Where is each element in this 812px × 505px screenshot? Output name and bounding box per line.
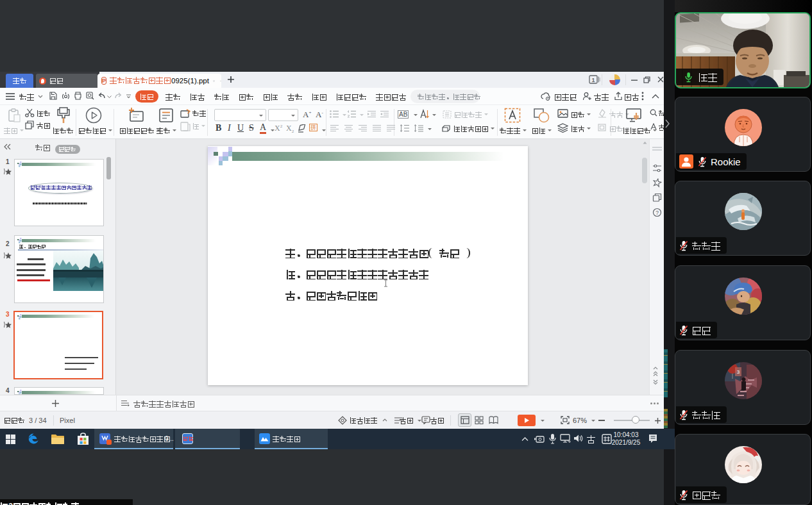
svg-text:3: 3 <box>737 369 740 375</box>
svg-text:1: 1 <box>591 77 595 83</box>
svg-text:?: ? <box>656 210 659 216</box>
